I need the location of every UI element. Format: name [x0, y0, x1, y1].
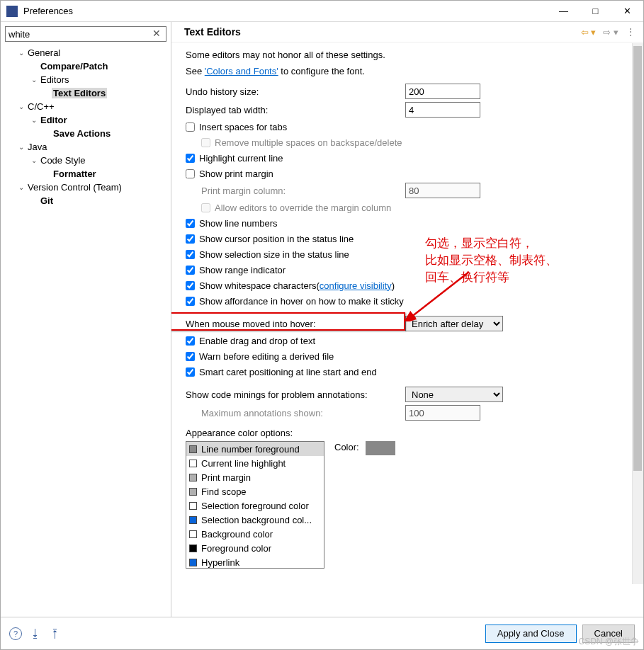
- whitespace-checkbox[interactable]: [186, 281, 195, 290]
- appearance-label: Appearance color options:: [186, 428, 629, 438]
- help-icon[interactable]: ?: [9, 627, 22, 640]
- tree-item[interactable]: ⌄C/C++: [4, 100, 168, 113]
- color-option-label: Foreground color: [201, 543, 271, 554]
- remove-multiple-label: Remove multiple spaces on backspace/dele…: [215, 137, 402, 148]
- print-margin-checkbox[interactable]: [186, 169, 195, 178]
- cursor-pos-label: Show cursor position in the status line: [199, 234, 354, 244]
- tree-item[interactable]: ⌄Version Control (Team): [4, 181, 168, 194]
- tree-item[interactable]: Compare/Patch: [4, 59, 168, 73]
- tree-item[interactable]: ⌄Code Style: [4, 154, 168, 167]
- color-option-item[interactable]: Print margin: [186, 470, 324, 484]
- tree-item-label: Text Editors: [52, 88, 107, 98]
- tree-item-label: Git: [39, 195, 55, 206]
- category-tree: ⌄GeneralCompare/Patch⌄EditorsText Editor…: [1, 46, 171, 207]
- color-swatch-icon: [189, 460, 197, 467]
- clear-search-icon[interactable]: ✕: [151, 28, 162, 39]
- expand-arrow-icon[interactable]: ⌄: [29, 76, 39, 84]
- max-annot-input: [405, 405, 480, 421]
- highlight-line-checkbox[interactable]: [186, 154, 195, 163]
- colors-and-fonts-link[interactable]: 'Colors and Fonts': [205, 66, 278, 76]
- smart-caret-label: Smart caret positioning at line start an…: [199, 367, 377, 377]
- print-margin-col-input: [405, 183, 480, 198]
- scrollbar-thumb[interactable]: [633, 46, 642, 471]
- highlight-line-label: Highlight current line: [199, 153, 283, 164]
- tree-item-label: C/C++: [26, 101, 56, 112]
- minings-select[interactable]: None: [405, 387, 503, 402]
- mouse-hover-select[interactable]: Enrich after delay: [405, 316, 503, 331]
- tree-item[interactable]: ⌄Editor: [4, 113, 168, 127]
- page-menu-icon[interactable]: ⋮: [626, 26, 635, 38]
- warn-derived-checkbox[interactable]: [186, 352, 195, 361]
- color-option-label: Current line highlight: [201, 458, 286, 469]
- see-text: See 'Colors and Fonts' to configure the …: [186, 66, 629, 76]
- close-button[interactable]: ✕: [611, 1, 643, 21]
- affordance-checkbox[interactable]: [186, 297, 195, 306]
- tree-item[interactable]: Text Editors: [4, 86, 168, 100]
- configure-visibility-link[interactable]: configure visibility: [320, 280, 392, 291]
- window-title: Preferences: [23, 6, 548, 16]
- expand-arrow-icon[interactable]: ⌄: [16, 103, 26, 110]
- expand-arrow-icon[interactable]: ⌄: [16, 143, 26, 151]
- minimize-button[interactable]: —: [548, 1, 580, 21]
- color-option-item[interactable]: Background color: [186, 527, 324, 541]
- color-option-item[interactable]: Current line highlight: [186, 456, 324, 470]
- tree-item[interactable]: ⌄Java: [4, 140, 168, 154]
- insert-spaces-checkbox[interactable]: [186, 122, 195, 132]
- tree-item[interactable]: ⌄Editors: [4, 73, 168, 86]
- forward-arrow-icon[interactable]: ⇨ ▾: [603, 27, 618, 38]
- color-swatch-icon: [189, 474, 197, 481]
- tab-width-input[interactable]: [405, 102, 480, 118]
- color-option-label: Hyperlink: [201, 557, 239, 568]
- color-preview-button[interactable]: [366, 441, 395, 455]
- warn-derived-label: Warn before editing a derived file: [199, 351, 334, 362]
- maximize-button[interactable]: □: [580, 1, 611, 21]
- expand-arrow-icon[interactable]: ⌄: [16, 49, 26, 57]
- color-option-item[interactable]: Selection foreground color: [186, 498, 324, 513]
- tab-width-label: Displayed tab width:: [186, 105, 405, 115]
- expand-arrow-icon[interactable]: ⌄: [16, 183, 26, 191]
- intro-text: Some editors may not honor all of these …: [186, 50, 629, 60]
- cursor-pos-checkbox[interactable]: [186, 234, 195, 244]
- tree-item-label: Java: [26, 142, 48, 152]
- tree-item[interactable]: ⌄General: [4, 46, 168, 59]
- minings-label: Show code minings for problem annotation…: [186, 389, 405, 400]
- apply-and-close-button[interactable]: Apply and Close: [485, 625, 577, 643]
- expand-arrow-icon[interactable]: ⌄: [29, 156, 39, 164]
- tree-item[interactable]: Formatter: [4, 167, 168, 181]
- color-option-item[interactable]: Find scope: [186, 484, 324, 498]
- page-title: Text Editors: [184, 26, 581, 38]
- max-annot-label: Maximum annotations shown:: [201, 408, 405, 418]
- smart-caret-checkbox[interactable]: [186, 367, 195, 377]
- tree-item[interactable]: Git: [4, 194, 168, 207]
- annotation-text: 勾选，显示空白符， 比如显示空格、制表符、 回车、换行符等: [425, 235, 558, 285]
- cancel-button[interactable]: Cancel: [582, 625, 635, 643]
- sidebar: ✕ ⌄GeneralCompare/Patch⌄EditorsText Edit…: [1, 22, 171, 617]
- color-option-item[interactable]: Hyperlink: [186, 555, 324, 569]
- import-icon[interactable]: ⭳: [29, 627, 42, 640]
- range-indicator-checkbox[interactable]: [186, 266, 195, 275]
- tree-item-label: Formatter: [52, 169, 98, 179]
- undo-history-input[interactable]: [405, 84, 480, 99]
- color-options-list[interactable]: Line number foregroundCurrent line highl…: [186, 441, 324, 569]
- color-swatch-icon: [189, 530, 197, 538]
- color-swatch-icon: [189, 488, 197, 496]
- color-option-item[interactable]: Foreground color: [186, 541, 324, 555]
- color-option-label: Selection foreground color: [201, 501, 309, 511]
- sel-size-checkbox[interactable]: [186, 250, 195, 259]
- expand-arrow-icon[interactable]: ⌄: [29, 116, 39, 124]
- tree-item-label: Code Style: [39, 155, 87, 166]
- tree-item[interactable]: Save Actions: [4, 127, 168, 140]
- tree-item-label: Editor: [39, 115, 69, 125]
- dnd-checkbox[interactable]: [186, 336, 195, 346]
- color-option-item[interactable]: Selection background col...: [186, 513, 324, 527]
- insert-spaces-label: Insert spaces for tabs: [199, 122, 287, 132]
- print-margin-col-label: Print margin column:: [201, 186, 405, 196]
- color-swatch-icon: [189, 502, 197, 510]
- search-input[interactable]: [5, 26, 166, 42]
- back-arrow-icon[interactable]: ⇦ ▾: [581, 27, 597, 38]
- line-numbers-checkbox[interactable]: [186, 219, 195, 228]
- export-icon[interactable]: ⭱: [49, 627, 62, 640]
- tree-item-label: Compare/Patch: [39, 61, 109, 72]
- color-option-item[interactable]: Line number foreground: [186, 442, 324, 456]
- app-icon: [6, 6, 18, 17]
